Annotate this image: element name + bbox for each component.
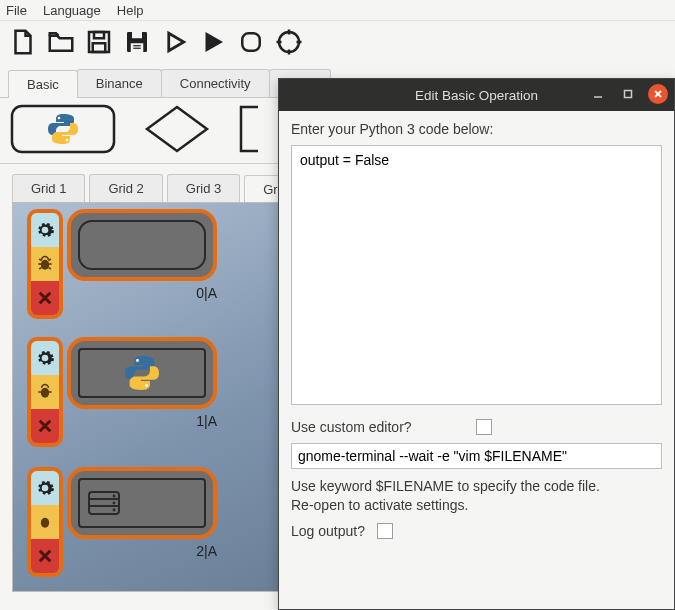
svg-rect-1 (94, 32, 104, 38)
tab-binance[interactable]: Binance (77, 69, 162, 97)
grid-tab-3[interactable]: Grid 3 (167, 174, 240, 202)
palette-item-decision[interactable] (142, 104, 212, 157)
svg-point-16 (66, 139, 69, 142)
svg-point-32 (136, 359, 139, 362)
palette-item-block[interactable] (238, 104, 258, 157)
node-body[interactable] (67, 467, 217, 539)
svg-point-40 (113, 495, 116, 498)
node-settings-button[interactable] (31, 341, 59, 375)
save-all-button[interactable] (120, 25, 154, 59)
node-delete-button[interactable] (31, 539, 59, 573)
svg-rect-14 (12, 106, 114, 152)
node-label: 2|A (196, 543, 217, 559)
filename-hint: Use keyword $FILENAME to specify the cod… (291, 477, 662, 515)
node-controls (27, 209, 63, 319)
svg-point-33 (145, 384, 148, 387)
svg-point-15 (58, 117, 61, 120)
node-body[interactable] (67, 209, 217, 281)
menu-language[interactable]: Language (43, 3, 101, 18)
dialog-title: Edit Basic Operation (415, 88, 538, 103)
log-output-checkbox[interactable] (377, 523, 393, 539)
close-button[interactable] (648, 84, 668, 104)
run-button[interactable] (196, 25, 230, 59)
menu-file[interactable]: File (6, 3, 27, 18)
svg-line-21 (39, 267, 42, 269)
node-debug-button[interactable] (31, 505, 59, 539)
svg-rect-4 (132, 32, 142, 38)
svg-rect-17 (241, 107, 258, 151)
node-settings-button[interactable] (31, 213, 59, 247)
svg-point-9 (279, 32, 299, 52)
svg-line-22 (48, 267, 51, 269)
node-delete-button[interactable] (31, 281, 59, 315)
step-button[interactable] (158, 25, 192, 59)
menu-help[interactable]: Help (117, 3, 144, 18)
save-button[interactable] (82, 25, 116, 59)
svg-point-18 (41, 260, 49, 270)
svg-rect-8 (242, 33, 260, 51)
custom-editor-checkbox[interactable] (476, 419, 492, 435)
minimize-button[interactable] (588, 84, 608, 104)
tab-basic[interactable]: Basic (8, 70, 78, 98)
code-prompt-label: Enter your Python 3 code below: (291, 121, 662, 137)
custom-editor-command-input[interactable] (291, 443, 662, 469)
node-settings-button[interactable] (31, 471, 59, 505)
grid-tab-1[interactable]: Grid 1 (12, 174, 85, 202)
new-file-button[interactable] (6, 25, 40, 59)
node-controls (27, 467, 63, 577)
svg-rect-44 (625, 91, 632, 98)
node-label: 1|A (196, 413, 217, 429)
node-delete-button[interactable] (31, 409, 59, 443)
stop-button[interactable] (234, 25, 268, 59)
target-button[interactable] (272, 25, 306, 59)
svg-point-42 (113, 509, 116, 512)
svg-rect-2 (93, 43, 106, 52)
dialog-titlebar[interactable]: Edit Basic Operation (279, 79, 674, 111)
menu-bar: File Language Help (0, 0, 675, 21)
svg-point-34 (41, 518, 49, 528)
node-debug-button[interactable] (31, 375, 59, 409)
node-body[interactable] (67, 337, 217, 409)
svg-point-27 (41, 388, 49, 398)
custom-editor-label: Use custom editor? (291, 419, 412, 435)
node-1[interactable]: 1|A (27, 337, 217, 447)
palette-item-python[interactable] (10, 104, 116, 157)
grid-tab-2[interactable]: Grid 2 (89, 174, 162, 202)
svg-point-41 (113, 502, 116, 505)
node-debug-button[interactable] (31, 247, 59, 281)
node-2[interactable]: 2|A (27, 467, 217, 577)
tab-connectivity[interactable]: Connectivity (161, 69, 270, 97)
log-output-label: Log output? (291, 523, 365, 539)
node-label: 0|A (196, 285, 217, 301)
node-controls (27, 337, 63, 447)
open-file-button[interactable] (44, 25, 78, 59)
maximize-button[interactable] (618, 84, 638, 104)
node-0[interactable]: 0|A (27, 209, 217, 319)
edit-operation-dialog: Edit Basic Operation Enter your Python 3… (278, 78, 675, 610)
code-textarea[interactable] (291, 145, 662, 405)
toolbar (0, 21, 675, 63)
